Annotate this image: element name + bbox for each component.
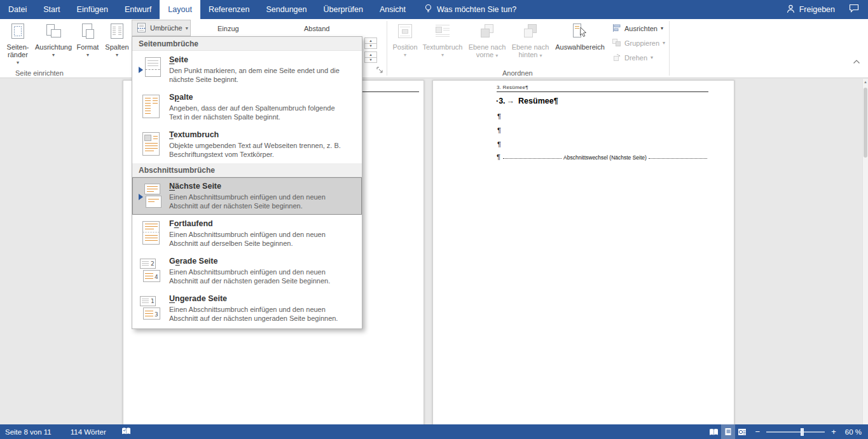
chevron-down-icon: ▾: [540, 53, 542, 58]
menu-item-text: Nächste Seite Einen Abschnittsumbruch ei…: [169, 182, 346, 210]
bring-forward-label: Ebene nachvorne ▾: [469, 43, 506, 60]
tab-sendungen[interactable]: Sendungen: [258, 0, 315, 19]
menu-item-page-break[interactable]: Seite Den Punkt markieren, an dem eine S…: [132, 51, 362, 88]
document-area: 3. Resümee¶ ·3.→Resümee¶ ¶ ¶ ¶ ¶ Abschni…: [0, 79, 868, 424]
ribbon: Seiten-ränder ▾ Ausrichtung ▾ Format ▾ S…: [0, 19, 868, 78]
pilcrow-mark: ¶: [497, 153, 500, 161]
menu-item-next-page-section-break[interactable]: Nächste Seite Einen Abschnittsumbruch ei…: [132, 177, 362, 215]
page-setup-group-label: Seite einrichten: [15, 69, 64, 77]
tab-einfuegen[interactable]: Einfügen: [69, 0, 116, 19]
bring-forward-button[interactable]: Ebene nachvorne ▾: [467, 20, 507, 67]
read-mode-view-button[interactable]: [707, 424, 721, 439]
print-layout-view-button[interactable]: [721, 424, 735, 439]
menu-item-text-wrap-break[interactable]: Textumbruch Objekte umgebenden Text auf …: [132, 126, 362, 163]
page-header-text: 3. Resümee¶: [497, 84, 528, 90]
tabbar-right-area: Freigeben: [787, 0, 868, 19]
feedback-comment-icon[interactable]: [849, 4, 859, 15]
margins-button[interactable]: Seiten-ränder ▾: [3, 20, 33, 67]
page-break-icon: [137, 55, 163, 84]
tab-ueberpruefen[interactable]: Überprüfen: [315, 0, 371, 19]
chevron-down-icon: ▾: [404, 51, 406, 59]
tab-entwurf[interactable]: Entwurf: [116, 0, 160, 19]
chevron-down-icon: ▾: [116, 51, 118, 59]
page-size-icon: [79, 23, 96, 41]
page-breaks-section-header: Seitenumbrüche: [132, 37, 362, 51]
send-backward-button[interactable]: Ebene nachhinten ▾: [510, 20, 551, 67]
word-window: Datei Start Einfügen Entwurf Layout Refe…: [0, 0, 868, 439]
even-page-section-icon: 24: [137, 257, 163, 285]
tab-datei[interactable]: Datei: [0, 0, 35, 19]
chevron-down-icon: ▾: [86, 51, 89, 59]
menu-item-column-break[interactable]: Spalte Angeben, dass der auf den Spalten…: [132, 88, 362, 126]
section-breaks-section-header: Abschnittsumbrüche: [132, 163, 362, 177]
selection-pane-button[interactable]: Auswahlbereich: [552, 20, 608, 67]
tab-ansicht[interactable]: Ansicht: [371, 0, 414, 19]
header-rule: [497, 91, 708, 92]
menu-item-description: Den Punkt markieren, an dem eine Seite e…: [169, 66, 346, 84]
group-objects-icon: [612, 38, 621, 48]
position-label: Position: [392, 43, 417, 51]
menu-item-description: Einen Abschnittsumbruch einfügen und den…: [169, 305, 346, 323]
share-button[interactable]: Freigeben: [787, 4, 835, 15]
section-break-dots: [503, 158, 561, 159]
menu-item-odd-page-section-break[interactable]: 13 Ungerade Seite Einen Abschnittsumbruc…: [132, 290, 362, 327]
lightbulb-icon: [424, 4, 432, 15]
menu-item-even-page-section-break[interactable]: 24 Gerade Seite Einen Abschnittsumbruch …: [132, 252, 362, 290]
tab-referenzen[interactable]: Referenzen: [200, 0, 258, 19]
tell-me-search[interactable]: Was möchten Sie tun?: [424, 0, 516, 19]
size-button[interactable]: Format ▾: [74, 20, 102, 67]
proofing-status-button[interactable]: [116, 424, 136, 439]
bring-forward-icon: [479, 23, 495, 41]
document-page-8[interactable]: 3. Resümee¶ ·3.→Resümee¶ ¶ ¶ ¶ ¶ Abschni…: [432, 80, 734, 424]
pilcrow-mark: ¶: [497, 140, 501, 148]
collapse-ribbon-button[interactable]: [851, 57, 862, 66]
person-icon: [787, 4, 795, 15]
statusbar-right-area: − + 60 %: [707, 424, 868, 439]
spin-down-button[interactable]: ▼: [364, 44, 377, 50]
spin-up-button[interactable]: ▲: [364, 51, 377, 58]
scroll-up-arrow[interactable]: ▲: [863, 80, 868, 84]
rotate-label: Drehen: [624, 54, 647, 62]
zoom-in-button[interactable]: +: [830, 428, 837, 436]
selection-pane-icon: [571, 23, 589, 41]
orientation-icon: [45, 23, 62, 41]
tab-formatting-mark: →: [506, 97, 519, 105]
menu-item-title: Textumbruch: [169, 130, 346, 139]
columns-button[interactable]: Spalten ▾: [103, 20, 131, 67]
breaks-button[interactable]: Umbrüche ▾: [132, 20, 191, 36]
menu-item-title: Spalte: [169, 93, 346, 102]
menu-item-text: Gerade Seite Einen Abschnittsumbruch ein…: [169, 257, 346, 285]
menu-item-text: Seite Den Punkt markieren, an dem eine S…: [169, 55, 346, 84]
page-indicator[interactable]: Seite 8 von 11: [0, 424, 57, 439]
spin-up-button[interactable]: ▲: [364, 37, 377, 44]
zoom-out-button[interactable]: −: [754, 428, 762, 436]
orientation-button[interactable]: Ausrichtung ▾: [36, 20, 71, 67]
group-objects-button[interactable]: Gruppieren ▾: [609, 36, 668, 50]
position-icon: [397, 23, 413, 41]
pilcrow-mark: ¶: [497, 126, 501, 134]
breaks-dropdown-menu: Seitenumbrüche Seite Den Punkt markieren…: [132, 36, 362, 329]
zoom-level[interactable]: 60 %: [843, 428, 868, 436]
align-button[interactable]: Ausrichten ▾: [609, 22, 666, 35]
paragraph-dialog-launcher[interactable]: [375, 65, 384, 74]
zoom-slider[interactable]: [766, 431, 825, 433]
chevron-down-icon: ▾: [651, 55, 653, 60]
zoom-control: − +: [749, 424, 843, 439]
web-layout-view-button[interactable]: [735, 424, 749, 439]
arrange-group-label: Anordnen: [502, 69, 533, 77]
scrollbar-thumb[interactable]: [864, 88, 867, 158]
send-backward-label: Ebene nachhinten ▾: [512, 43, 549, 60]
status-bar: Seite 8 von 11 114 Wörter − + 60 %: [0, 424, 868, 439]
rotate-button[interactable]: Drehen ▾: [609, 51, 656, 64]
tab-layout[interactable]: Layout: [160, 0, 200, 19]
column-break-icon: [137, 93, 163, 121]
zoom-slider-thumb[interactable]: [801, 428, 804, 436]
next-page-section-icon: [137, 182, 163, 210]
position-button[interactable]: Position ▾: [390, 20, 420, 67]
spin-down-button[interactable]: ▼: [364, 58, 377, 64]
tab-start[interactable]: Start: [35, 0, 68, 19]
wrap-text-button[interactable]: Textumbruch ▾: [422, 20, 463, 67]
menu-item-continuous-section-break[interactable]: Fortlaufend Einen Abschnittsumbruch einf…: [132, 215, 362, 252]
word-count[interactable]: 114 Wörter: [65, 424, 111, 439]
vertical-scrollbar[interactable]: ▲: [862, 79, 868, 424]
